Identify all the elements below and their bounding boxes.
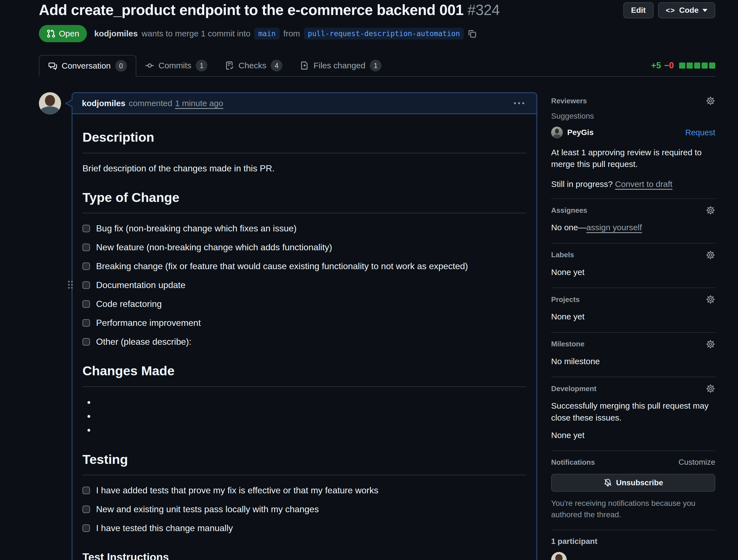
avatar[interactable]	[551, 552, 567, 560]
tab-files-changed-label: Files changed	[314, 61, 365, 70]
checkbox[interactable]	[82, 506, 90, 513]
request-review-link[interactable]: Request	[685, 128, 715, 137]
task-item: I have added tests that prove my fix is …	[82, 484, 526, 497]
checkbox[interactable]	[82, 225, 90, 232]
tab-commits-label: Commits	[158, 61, 191, 70]
comment-author-link[interactable]: kodjomiles	[82, 98, 125, 108]
assignees-title: Assignees	[551, 206, 587, 215]
checkbox[interactable]	[82, 338, 90, 345]
tab-checks-count: 4	[271, 60, 282, 71]
head-branch-label[interactable]: pull-request-description-automation	[304, 28, 464, 39]
tab-conversation[interactable]: Conversation 0	[39, 55, 136, 77]
suggestions-label: Suggestions	[551, 112, 715, 120]
sidebar-section-assignees: Assignees No one—assign yourself	[551, 199, 715, 244]
task-item: I have tested this change manually	[82, 521, 526, 535]
comment-header: kodjomiles commented 1 minute ago	[72, 93, 536, 114]
unsubscribe-button[interactable]: Unsubscribe	[551, 474, 715, 492]
tab-checks[interactable]: Checks 4	[216, 55, 291, 76]
pr-description-comment: kodjomiles commented 1 minute ago Descri…	[72, 92, 537, 560]
diff-block	[679, 62, 685, 69]
reviewer-name-link[interactable]: PeyGis	[567, 128, 594, 137]
task-item: Performance improvement	[82, 316, 526, 329]
labels-empty-text: None yet	[551, 266, 715, 278]
base-branch-label[interactable]: main	[254, 28, 280, 39]
customize-link[interactable]: Customize	[679, 458, 715, 467]
section-heading-changes-made: Changes Made	[82, 361, 526, 387]
development-empty-text: None yet	[551, 430, 715, 442]
gear-icon[interactable]	[706, 384, 715, 393]
avatar[interactable]	[39, 92, 61, 114]
tab-commits-count: 1	[196, 60, 208, 71]
code-icon: <>	[666, 6, 675, 15]
changes-made-list	[95, 395, 526, 437]
copy-icon[interactable]	[467, 29, 476, 38]
task-label: Code refactoring	[96, 297, 162, 311]
sidebar-section-milestone: Milestone No milestone	[551, 333, 715, 377]
diffstat[interactable]: +5 −0	[651, 60, 715, 70]
sidebar-section-notifications: Notifications Customize Unsubscribe You'…	[551, 451, 715, 530]
status-badge: Open	[39, 25, 87, 42]
task-label: I have added tests that prove my fix is …	[96, 484, 378, 497]
comment-body: Description Brief description of the cha…	[72, 114, 536, 560]
task-label: Other (please describe):	[96, 335, 191, 348]
task-item: Bug fix (non-breaking change which fixes…	[82, 222, 526, 235]
gear-icon[interactable]	[706, 96, 715, 105]
milestone-title: Milestone	[551, 340, 585, 348]
tab-commits[interactable]: Commits 1	[136, 55, 216, 76]
task-label: Bug fix (non-breaking change which fixes…	[96, 222, 297, 235]
code-button[interactable]: <> Code	[658, 2, 715, 18]
checkbox[interactable]	[82, 300, 90, 308]
task-item: Breaking change (fix or feature that wou…	[82, 259, 526, 273]
gear-icon[interactable]	[706, 206, 715, 215]
checkbox[interactable]	[82, 244, 90, 251]
task-item: Documentation update	[82, 278, 526, 292]
checkbox[interactable]	[82, 524, 90, 532]
sidebar-section-projects: Projects None yet	[551, 288, 715, 333]
checkbox[interactable]	[82, 487, 90, 494]
gear-icon[interactable]	[706, 295, 715, 304]
sidebar-section-participants: 1 participant	[551, 530, 715, 560]
tab-files-changed[interactable]: Files changed 1	[291, 55, 390, 76]
type-of-change-list: Bug fix (non-breaking change which fixes…	[82, 222, 526, 348]
diff-block	[694, 62, 700, 69]
diffstat-blocks	[679, 62, 715, 69]
task-label: Documentation update	[96, 278, 186, 292]
milestone-empty-text: No milestone	[551, 355, 715, 367]
section-heading-testing: Testing	[82, 450, 526, 476]
diff-block	[709, 62, 715, 69]
merge-summary: kodjomiles wants to merge 1 commit into …	[94, 28, 476, 39]
task-item: Code refactoring	[82, 297, 526, 311]
bullet-item	[95, 395, 526, 409]
checkbox[interactable]	[82, 281, 90, 289]
checklist-icon	[225, 61, 234, 70]
kebab-icon[interactable]	[511, 99, 527, 107]
task-label: I have tested this change manually	[96, 521, 233, 535]
testing-list: I have added tests that prove my fix is …	[82, 484, 526, 535]
gear-icon[interactable]	[706, 250, 715, 260]
comment-timestamp-link[interactable]: 1 minute ago	[175, 98, 223, 108]
description-text: Brief description of the changes made in…	[82, 162, 526, 175]
checkbox[interactable]	[82, 263, 90, 270]
avatar[interactable]	[551, 127, 563, 138]
edit-button[interactable]: Edit	[623, 2, 654, 18]
task-item: Other (please describe):	[82, 335, 526, 348]
assign-yourself-link[interactable]: assign yourself	[587, 223, 642, 232]
grabber-icon[interactable]	[68, 281, 73, 289]
author-link[interactable]: kodjomiles	[94, 29, 138, 38]
from-text: from	[284, 29, 300, 38]
convert-to-draft-link[interactable]: Convert to draft	[615, 180, 673, 189]
bullet-item	[95, 409, 526, 423]
notifications-note: You're receiving notifications because y…	[551, 498, 715, 520]
task-item: New and existing unit tests pass locally…	[82, 503, 526, 516]
checkbox[interactable]	[82, 319, 90, 327]
task-item: New feature (non-breaking change which a…	[82, 241, 526, 254]
no-assignee-text: No one—	[551, 223, 587, 232]
diffstat-additions: +5	[651, 60, 661, 70]
git-commit-icon	[145, 61, 154, 70]
gear-icon[interactable]	[706, 339, 715, 349]
pr-status-row: Open kodjomiles wants to merge 1 commit …	[39, 25, 715, 42]
comment-discussion-icon	[48, 61, 57, 70]
still-in-progress-text: Still in progress?	[551, 180, 613, 189]
pr-tab-bar: Conversation 0 Commits 1 Checks 4	[39, 55, 715, 77]
labels-title: Labels	[551, 251, 574, 259]
